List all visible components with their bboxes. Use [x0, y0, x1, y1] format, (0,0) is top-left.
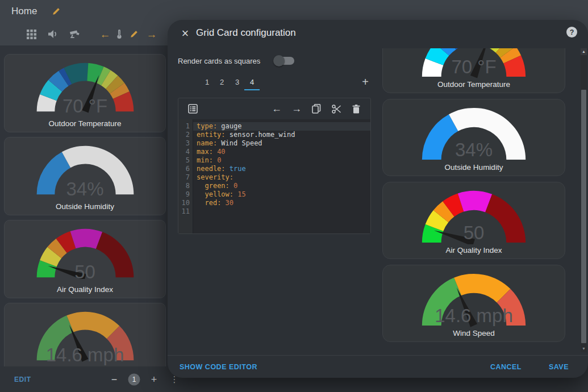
air-quality-index-value: 50: [5, 261, 165, 283]
code-line-11[interactable]: [193, 207, 370, 216]
close-icon[interactable]: ×: [176, 24, 194, 43]
outdoor-temperature-gauge-card: 70 °FOutdoor Temperature: [4, 54, 166, 132]
dialog-title: Grid Card configuration: [196, 27, 296, 39]
column-count-badge[interactable]: 1: [128, 373, 140, 385]
air-quality-index-gauge-card: 50Air Quality Index: [382, 182, 565, 259]
code-line-6[interactable]: needle: true: [193, 165, 370, 173]
code-line-8[interactable]: green: 0: [193, 182, 370, 190]
remove-column-button[interactable]: −: [111, 373, 118, 385]
camera-view-icon[interactable]: [66, 26, 82, 42]
tab-2[interactable]: 2: [214, 74, 230, 90]
code-line-1[interactable]: type: gauge: [193, 122, 370, 131]
code-line-9[interactable]: yellow: 15: [193, 190, 370, 199]
scroll-down-arrow[interactable]: ▼: [581, 345, 587, 352]
visual-editor-icon[interactable]: [185, 101, 201, 117]
tab-3[interactable]: 3: [230, 74, 245, 90]
code-editor-panel: ← → 1234567891011 type: gaugeentity: sen…: [178, 98, 371, 234]
tab-4[interactable]: 4: [244, 74, 260, 90]
outdoor-temperature-gauge-card: 70 °FOutdoor Temperature: [382, 48, 565, 93]
thermometer-view-icon[interactable]: [111, 26, 127, 42]
outside-humidity-gauge-card: 34%Outside Humidity: [4, 137, 166, 215]
cancel-button[interactable]: CANCEL: [490, 363, 522, 371]
code-lines: type: gaugeentity: sensor.home_windname:…: [193, 119, 370, 233]
edit-button[interactable]: EDIT: [14, 376, 31, 383]
code-line-5[interactable]: min: 0: [193, 156, 370, 165]
outside-humidity-value: 34%: [383, 139, 565, 161]
air-quality-index-gauge-card: 50Air Quality Index: [4, 220, 166, 298]
outside-humidity-label: Outside Humidity: [383, 163, 565, 172]
code-line-3[interactable]: name: Wind Speed: [193, 139, 370, 148]
squares-toggle[interactable]: [275, 57, 294, 65]
code-line-10[interactable]: red: 30: [193, 199, 370, 207]
move-card-right-icon[interactable]: →: [289, 101, 305, 117]
outdoor-temperature-value: 70 °F: [383, 56, 565, 78]
svg-text:?: ?: [570, 28, 574, 36]
outdoor-temperature-value: 70 °F: [5, 95, 165, 117]
move-card-left-icon[interactable]: ←: [269, 101, 285, 117]
next-view-arrow-icon[interactable]: →: [144, 26, 160, 42]
tab-1[interactable]: 1: [199, 74, 215, 90]
wind-speed-value: 14.6 mph: [383, 305, 565, 327]
delete-card-icon[interactable]: [348, 101, 364, 117]
wind-speed-value: 14.6 mph: [5, 344, 165, 366]
code-line-7[interactable]: severity:: [193, 173, 370, 182]
outside-humidity-label: Outside Humidity: [5, 202, 165, 211]
scrollbar-thumb[interactable]: [581, 90, 586, 343]
code-line-2[interactable]: entity: sensor.home_wind: [193, 131, 370, 139]
cut-card-icon[interactable]: [328, 101, 344, 117]
grid-view-icon[interactable]: [23, 26, 39, 42]
air-quality-index-label: Air Quality Index: [383, 246, 565, 255]
outdoor-temperature-label: Outdoor Temperature: [5, 119, 165, 128]
edit-dashboard-pencil-icon[interactable]: [52, 7, 61, 16]
squares-toggle-label: Render cards as squares: [178, 57, 260, 65]
outdoor-temperature-label: Outdoor Temperature: [383, 80, 565, 89]
screen: Home ← → 70 °FOutdoor Temp: [0, 0, 588, 392]
page-title: Home: [11, 6, 37, 17]
preview-scrollbar: ▲ ▼: [581, 48, 587, 352]
code-line-4[interactable]: max: 40: [193, 148, 370, 156]
prev-view-arrow-icon[interactable]: ←: [97, 26, 113, 42]
dialog-footer: SHOW CODE EDITOR CANCEL SAVE: [168, 355, 588, 378]
header-title-row: Home: [0, 0, 588, 23]
scroll-up-arrow[interactable]: ▲: [581, 48, 587, 55]
air-quality-index-label: Air Quality Index: [5, 285, 165, 294]
outside-humidity-gauge-card: 34%Outside Humidity: [382, 99, 565, 176]
air-quality-index-value: 50: [383, 222, 565, 244]
card-tabs: 1 2 3 4 +: [168, 74, 372, 91]
wind-speed-gauge-card: 14.6 mphWind Speed: [382, 265, 565, 342]
save-button[interactable]: SAVE: [549, 363, 569, 371]
grid-card-configuration-dialog: × Grid Card configuration ? Render cards…: [168, 20, 588, 378]
card-preview-list: 70 °FOutdoor Temperature34%Outside Humid…: [382, 48, 566, 342]
yaml-code-editor[interactable]: 1234567891011 type: gaugeentity: sensor.…: [178, 119, 370, 233]
copy-card-icon[interactable]: [308, 101, 324, 117]
toggle-knob: [273, 55, 285, 66]
squares-option-row: Render cards as squares: [178, 54, 294, 68]
outside-humidity-value: 34%: [5, 178, 165, 200]
line-number-gutter: 1234567891011: [178, 119, 193, 233]
add-column-button[interactable]: +: [151, 373, 157, 385]
help-icon[interactable]: ?: [566, 26, 578, 38]
add-card-tab-button[interactable]: +: [357, 74, 373, 90]
show-code-editor-button[interactable]: SHOW CODE EDITOR: [180, 363, 257, 371]
dialog-header: × Grid Card configuration ?: [168, 20, 588, 47]
editor-toolbar: ← →: [178, 98, 370, 119]
card-preview-scroll-area[interactable]: 70 °FOutdoor Temperature34%Outside Humid…: [382, 48, 566, 352]
speaker-view-icon[interactable]: [45, 26, 61, 42]
edit-view-pencil-icon[interactable]: [126, 26, 142, 42]
wind-speed-label: Wind Speed: [383, 329, 565, 337]
